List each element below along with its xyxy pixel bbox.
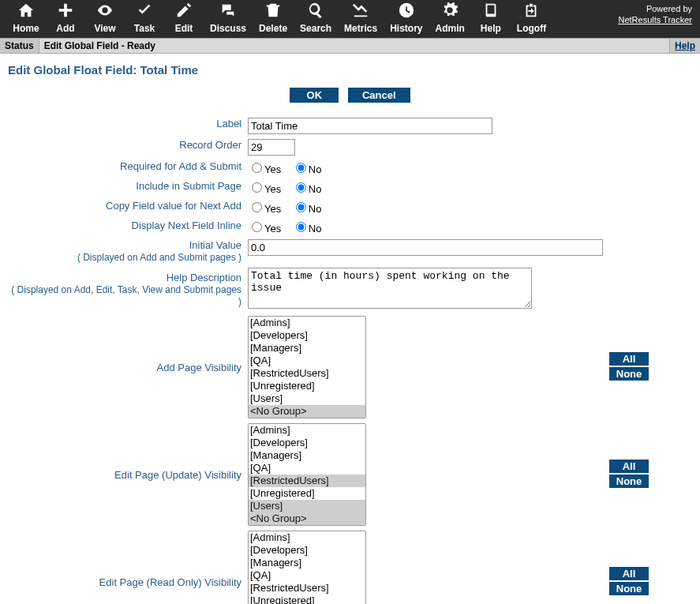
edit-readonly-visibility-label: Edit Page (Read Only) Visibility (99, 576, 241, 588)
book-icon (482, 2, 500, 21)
home-button[interactable]: Home (9, 2, 43, 34)
required-yes-option[interactable]: Yes (248, 163, 281, 175)
cancel-button[interactable]: Cancel (348, 88, 410, 103)
record-order-label: Record Order (8, 137, 245, 158)
add-vis-none-button[interactable]: None (609, 367, 649, 381)
label-input[interactable] (248, 118, 492, 134)
home-icon (17, 2, 35, 21)
main-content: Edit Global Float Field: Total Time OK C… (0, 54, 700, 604)
metrics-button[interactable]: Metrics (341, 2, 380, 34)
copy-next-label: Copy Field value for Next Add (8, 197, 245, 217)
status-text: Edit Global Field - Ready (39, 39, 669, 53)
search-icon (307, 2, 324, 21)
display-inline-label: Display Next Field Inline (8, 217, 245, 237)
search-button[interactable]: Search (297, 2, 335, 34)
button-row: OK Cancel (8, 88, 692, 103)
copy-yes-option[interactable]: Yes (248, 203, 281, 215)
clock-icon (398, 2, 415, 21)
include-submit-label: Include in Submit Page (8, 178, 245, 197)
record-order-input[interactable] (248, 139, 295, 156)
include-yes-radio[interactable] (252, 182, 262, 193)
help-desc-label: Help Description (167, 272, 241, 283)
view-label: View (94, 23, 115, 34)
delete-button[interactable]: Delete (256, 2, 290, 34)
logout-icon (522, 2, 540, 21)
label-label: Label (8, 115, 245, 137)
copy-no-radio[interactable] (296, 202, 306, 212)
inline-yes-radio[interactable] (252, 222, 262, 232)
include-no-radio[interactable] (296, 182, 306, 193)
search-label: Search (300, 23, 331, 34)
admin-button[interactable]: Admin (432, 2, 467, 34)
edit-upd-all-button[interactable]: All (609, 460, 649, 473)
product-link[interactable]: NetResults Tracker (618, 15, 692, 24)
page-title: Edit Global Float Field: Total Time (8, 63, 692, 77)
inline-yes-option[interactable]: Yes (248, 223, 281, 234)
help-label: Help (481, 23, 501, 34)
admin-label: Admin (435, 23, 464, 34)
chat-icon (219, 2, 237, 21)
main-toolbar: Home Add View Task Edit Discuss Delete S… (0, 0, 700, 38)
discuss-button[interactable]: Discuss (207, 2, 249, 34)
add-button[interactable]: Add (49, 2, 82, 34)
add-visibility-select[interactable]: [Admins][Developers][Managers][QA][Restr… (248, 316, 366, 418)
form-table: Label Record Order Required for Add & Su… (8, 115, 652, 604)
metrics-label: Metrics (344, 23, 377, 34)
delete-label: Delete (259, 23, 287, 34)
status-bar: Status Edit Global Field - Ready Help (0, 38, 700, 54)
required-label: Required for Add & Submit (8, 158, 245, 178)
edit-ro-all-button[interactable]: All (609, 567, 649, 580)
chart-icon (352, 2, 369, 21)
ok-button[interactable]: OK (290, 88, 339, 103)
history-label: History (390, 23, 422, 34)
help-desc-hint: ( Displayed on Add, Edit, Task, View and… (11, 284, 241, 307)
initial-value-hint: ( Displayed on Add and Submit pages ) (77, 252, 241, 263)
plus-icon (57, 2, 74, 21)
edit-readonly-visibility-select[interactable]: [Admins][Developers][Managers][QA][Restr… (248, 531, 366, 604)
view-button[interactable]: View (88, 2, 122, 34)
edit-upd-none-button[interactable]: None (609, 475, 649, 488)
copy-no-option[interactable]: No (292, 203, 322, 215)
logoff-button[interactable]: Logoff (514, 2, 549, 34)
status-label: Status (0, 39, 39, 53)
task-button[interactable]: Task (128, 2, 161, 34)
inline-no-radio[interactable] (296, 222, 306, 232)
include-yes-option[interactable]: Yes (248, 183, 281, 195)
add-visibility-label: Add Page Visibility (157, 362, 241, 373)
required-no-radio[interactable] (296, 163, 306, 173)
help-desc-textarea[interactable]: Total time (in hours) spent working on t… (248, 268, 532, 309)
history-button[interactable]: History (387, 2, 425, 34)
edit-button[interactable]: Edit (167, 2, 200, 34)
inline-no-option[interactable]: No (292, 223, 322, 234)
add-vis-all-button[interactable]: All (609, 352, 649, 366)
eye-icon (96, 2, 114, 21)
discuss-label: Discuss (210, 23, 246, 34)
logoff-label: Logoff (517, 23, 546, 34)
help-button[interactable]: Help (474, 2, 507, 34)
copy-yes-radio[interactable] (252, 202, 262, 212)
gear-icon (441, 2, 459, 21)
initial-value-label: Initial Value (189, 239, 241, 251)
add-label: Add (56, 23, 74, 34)
pencil-icon (175, 2, 193, 21)
edit-update-visibility-label: Edit Page (Update) Visibility (114, 469, 241, 481)
powered-by-text: Powered by (618, 3, 692, 14)
edit-update-visibility-select[interactable]: [Admins][Developers][Managers][QA][Restr… (248, 423, 366, 526)
home-label: Home (13, 23, 39, 34)
branding: Powered by NetResults Tracker (618, 3, 692, 26)
initial-value-input[interactable] (248, 239, 603, 256)
include-no-option[interactable]: No (292, 183, 322, 195)
edit-label: Edit (175, 23, 193, 34)
required-no-option[interactable]: No (292, 163, 322, 175)
task-label: Task (134, 23, 155, 34)
required-yes-radio[interactable] (252, 163, 262, 173)
status-help-link[interactable]: Help (669, 39, 700, 53)
trash-icon (264, 2, 282, 21)
edit-ro-none-button[interactable]: None (609, 582, 649, 595)
check-icon (136, 2, 153, 21)
